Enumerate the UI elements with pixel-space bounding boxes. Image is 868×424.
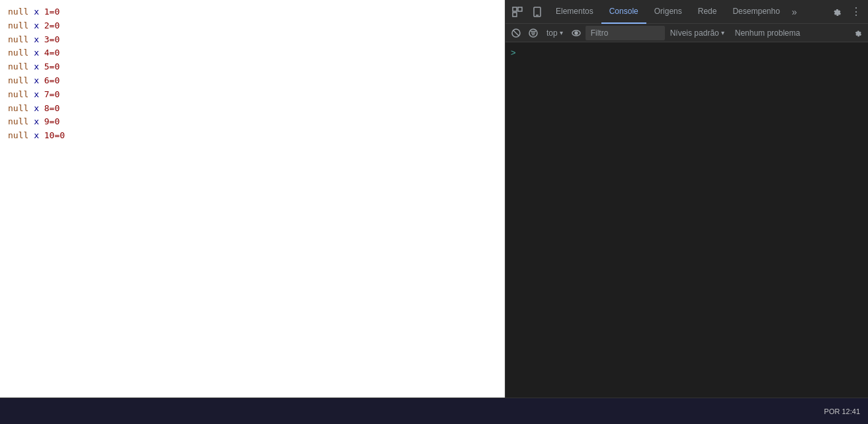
filter-toggle-button[interactable] bbox=[525, 25, 541, 41]
svg-rect-1 bbox=[518, 7, 522, 11]
tab-console[interactable]: Console bbox=[601, 0, 646, 24]
device-toolbar-button[interactable] bbox=[528, 3, 546, 21]
console-line-7: null x 7=0 bbox=[8, 88, 497, 102]
console-prompt: > bbox=[505, 45, 868, 59]
console-settings-button[interactable] bbox=[849, 25, 865, 41]
more-options-button[interactable]: ⋮ bbox=[847, 3, 865, 21]
devtools-tabs: Elementos Console Origens Rede Desempenh… bbox=[548, 0, 826, 24]
log-levels-button[interactable]: Níveis padrão ▾ bbox=[666, 25, 728, 41]
settings-button[interactable] bbox=[827, 3, 846, 21]
main-area: null x 1=0 null x 2=0 null x 3=0 null x … bbox=[0, 0, 868, 398]
taskbar-time: POR 12:41 bbox=[824, 407, 860, 415]
console-line-8: null x 8=0 bbox=[8, 102, 497, 116]
console-arrow: > bbox=[511, 48, 516, 58]
eye-button[interactable] bbox=[568, 25, 584, 41]
devtools-topbar-right: ⋮ bbox=[827, 3, 865, 21]
svg-rect-2 bbox=[513, 13, 517, 17]
taskbar: POR 12:41 bbox=[0, 398, 868, 424]
tab-overflow-button[interactable]: » bbox=[788, 0, 801, 24]
console-line-10: null x 10=0 bbox=[8, 129, 497, 143]
svg-line-6 bbox=[513, 30, 519, 36]
console-line-1: null x 1=0 bbox=[8, 5, 497, 19]
tab-origens[interactable]: Origens bbox=[646, 0, 690, 24]
devtools-panel: Elementos Console Origens Rede Desempenh… bbox=[505, 0, 868, 398]
console-line-9: null x 9=0 bbox=[8, 115, 497, 129]
svg-rect-0 bbox=[513, 7, 517, 11]
console-toolbar: top ▾ Níveis padrão ▾ Nenhum problema bbox=[505, 24, 868, 42]
console-output[interactable]: > bbox=[505, 42, 868, 398]
tab-desempenho[interactable]: Desempenho bbox=[724, 0, 787, 24]
tab-elementos[interactable]: Elementos bbox=[548, 0, 601, 24]
context-selector-button[interactable]: top ▾ bbox=[542, 25, 567, 41]
clear-console-button[interactable] bbox=[508, 25, 524, 41]
console-line-4: null x 4=0 bbox=[8, 46, 497, 60]
console-line-6: null x 6=0 bbox=[8, 74, 497, 88]
svg-point-12 bbox=[575, 32, 578, 34]
filter-input[interactable] bbox=[586, 26, 665, 40]
console-line-3: null x 3=0 bbox=[8, 33, 497, 47]
no-issues-button[interactable]: Nenhum problema bbox=[730, 25, 806, 41]
console-line-5: null x 5=0 bbox=[8, 60, 497, 74]
devtools-topbar: Elementos Console Origens Rede Desempenh… bbox=[505, 0, 868, 24]
tab-rede[interactable]: Rede bbox=[690, 0, 725, 24]
console-line-2: null x 2=0 bbox=[8, 19, 497, 33]
page-content: null x 1=0 null x 2=0 null x 3=0 null x … bbox=[0, 0, 505, 398]
inspect-button[interactable] bbox=[508, 3, 527, 21]
